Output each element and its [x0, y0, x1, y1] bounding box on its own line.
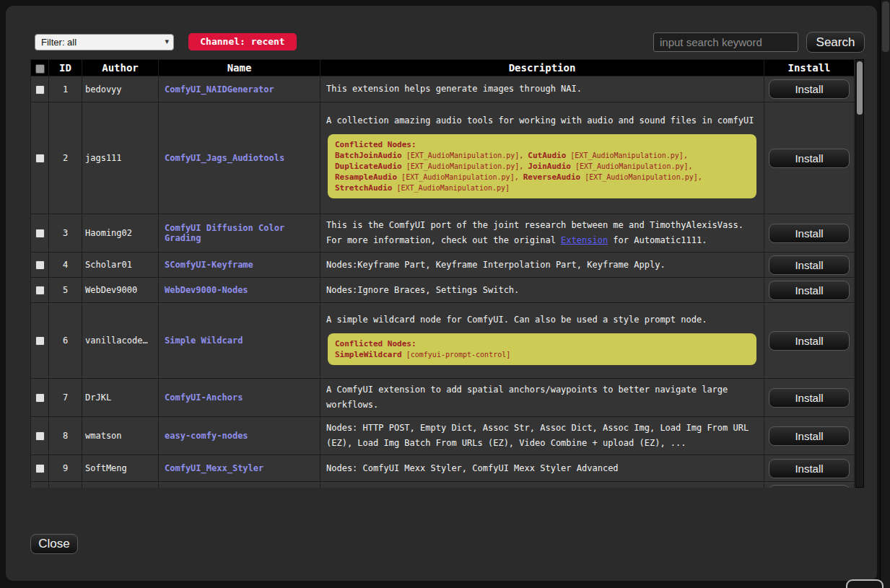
row-id: 3 — [49, 214, 82, 253]
row-description-cell: This extension helps generate images thr… — [320, 76, 764, 102]
row-checkbox-cell — [31, 253, 49, 278]
row-checkbox-cell — [31, 303, 49, 379]
row-checkbox-cell — [31, 379, 49, 417]
row-description-cell: Nodes: Yolov8Detection, Yolov8Segmentati… — [320, 482, 764, 488]
install-button[interactable]: Install — [769, 331, 850, 351]
row-name-cell: ComfyUI_Jags_Audiotools — [159, 102, 320, 214]
row-author: zcfrank1st — [82, 482, 159, 488]
row-install-cell: Install — [764, 417, 855, 455]
col-header-install: Install — [764, 60, 855, 76]
conflict-node-source: [EXT_AudioManipulation.py] — [397, 173, 515, 181]
row-author: jags111 — [82, 102, 159, 214]
table-scrollbar-thumb[interactable] — [857, 61, 863, 115]
row-checkbox[interactable] — [35, 336, 45, 346]
row-install-cell: Install — [764, 379, 855, 417]
install-button[interactable]: Install — [769, 79, 850, 99]
row-name-cell: ComfyUI_NAIDGenerator — [159, 76, 320, 102]
install-button[interactable]: Install — [769, 281, 850, 300]
conflict-title: Conflicted Nodes: — [335, 139, 749, 150]
install-button[interactable]: Install — [769, 149, 850, 168]
table-row: 6 vanillacode… Simple Wildcard A simple … — [31, 303, 855, 379]
search-input[interactable] — [653, 32, 798, 52]
row-checkbox[interactable] — [35, 154, 45, 163]
row-checkbox[interactable] — [35, 260, 45, 270]
row-id: 1 — [49, 76, 82, 102]
row-checkbox[interactable] — [35, 229, 45, 238]
row-checkbox[interactable] — [35, 286, 45, 295]
row-description-cell: Nodes: ComfyUI Mexx Styler, ComfyUI Mexx… — [320, 455, 764, 482]
conflict-node-name: StretchAudio — [335, 183, 392, 193]
extension-name-link[interactable]: ComfyUI_Jags_Audiotools — [165, 153, 284, 163]
description-link[interactable]: Extension — [561, 235, 608, 245]
extension-name-link[interactable]: ComfyUI_Mexx_Styler — [165, 463, 263, 473]
row-description-cell: A collection amazing audio tools for wor… — [320, 102, 764, 214]
install-button[interactable]: Install — [769, 388, 850, 408]
table-row: 4 Scholar01 SComfyUI-Keyframe Nodes:Keyf… — [31, 253, 855, 278]
row-id: 7 — [49, 379, 82, 417]
conflict-node-name: JoinAudio — [528, 162, 571, 171]
extension-name-link[interactable]: ComfyUI Diffusion Color Grading — [165, 223, 284, 243]
conflict-node-source: [EXT_AudioManipulation.py] — [580, 173, 698, 181]
row-description: Nodes: HTTP POST, Empty Dict, Assoc Str,… — [326, 421, 758, 451]
extension-name-link[interactable]: WebDev9000-Nodes — [165, 285, 248, 295]
extension-name-link[interactable]: ComfyUI-Anchors — [165, 392, 243, 403]
install-button[interactable]: Install — [769, 459, 850, 478]
row-checkbox-cell — [31, 278, 49, 303]
conflict-node-name: BatchJoinAudio — [335, 151, 402, 160]
row-checkbox-cell — [31, 417, 49, 455]
install-button[interactable]: Install — [769, 255, 850, 275]
row-install-cell: Install — [764, 253, 855, 278]
conflict-node-source: [EXT_AudioManipulation.py] — [571, 162, 689, 170]
select-all-header-cell — [31, 60, 49, 76]
table-row: 3 Haoming02 ComfyUI Diffusion Color Grad… — [31, 214, 855, 253]
table-scrollbar[interactable] — [855, 59, 864, 488]
extension-name-link[interactable]: SComfyUI-Keyframe — [165, 260, 253, 270]
select-all-checkbox[interactable] — [35, 64, 45, 74]
close-button[interactable]: Close — [30, 534, 78, 554]
conflict-node-source: [comfyui-prompt-control] — [402, 351, 511, 359]
background-button-fragment — [846, 579, 884, 588]
row-install-cell: Install — [764, 214, 855, 253]
extension-name-link[interactable]: ComfyUI_NAIDGenerator — [165, 84, 274, 95]
conflict-node-name: SimpleWildcard — [335, 350, 402, 359]
row-description: Nodes: Yolov8Detection, Yolov8Segmentati… — [326, 487, 758, 488]
row-author: wmatson — [82, 417, 159, 455]
filter-select-wrap: Filter: all ▾ — [35, 34, 174, 51]
install-button[interactable]: Install — [769, 224, 850, 243]
page-scrollbar-thumb[interactable] — [882, 1, 889, 52]
row-id: 5 — [49, 278, 82, 303]
search-button[interactable]: Search — [806, 32, 865, 53]
row-description: This is the ComfyUI port of the joint re… — [326, 218, 758, 248]
row-description: Nodes:Keyframe Part, Keyframe Interpolat… — [326, 258, 758, 273]
conflict-node-name: ReverseAudio — [523, 172, 580, 182]
row-install-cell: Install — [764, 278, 855, 303]
row-description: A collection amazing audio tools for wor… — [326, 113, 758, 128]
row-description: A simple wildcard node for ComfyUI. Can … — [326, 312, 758, 328]
extensions-table-wrap: ID Author Name Description Install 1 bed… — [30, 59, 864, 488]
page-scrollbar[interactable] — [880, 0, 890, 588]
conflict-node-source: [EXT_AudioManipulation.py] — [566, 152, 684, 159]
row-checkbox[interactable] — [35, 464, 45, 473]
install-button[interactable]: Install — [769, 485, 850, 488]
filter-select[interactable]: Filter: all — [35, 34, 174, 51]
install-button[interactable]: Install — [769, 426, 850, 446]
extension-name-link[interactable]: easy-comfy-nodes — [165, 431, 248, 441]
table-row: 10 zcfrank1st ComfyUI Yolov8 Nodes: Yolo… — [31, 482, 855, 488]
row-checkbox[interactable] — [35, 431, 45, 441]
row-description-cell: Nodes: HTTP POST, Empty Dict, Assoc Str,… — [320, 417, 764, 455]
row-author: SoftMeng — [82, 455, 159, 482]
extension-name-link[interactable]: Simple Wildcard — [165, 335, 243, 346]
row-id: 8 — [49, 417, 82, 455]
conflict-box: Conflicted Nodes: SimpleWildcard [comfyu… — [328, 333, 756, 365]
row-checkbox[interactable] — [35, 85, 45, 95]
table-row: 1 bedovyy ComfyUI_NAIDGenerator This ext… — [31, 76, 855, 102]
table-row: 7 DrJKL ComfyUI-Anchors A ComfyUI extens… — [31, 379, 855, 417]
col-header-description: Description — [320, 60, 764, 76]
row-author: WebDev9000 — [82, 278, 159, 303]
row-description: Nodes: ComfyUI Mexx Styler, ComfyUI Mexx… — [326, 461, 758, 476]
row-description-cell: A ComfyUI extension to add spatial ancho… — [320, 379, 764, 417]
row-id: 6 — [49, 303, 82, 379]
conflict-node-name: DuplicateAudio — [335, 162, 402, 171]
conflict-list: BatchJoinAudio [EXT_AudioManipulation.py… — [335, 150, 749, 193]
row-checkbox[interactable] — [35, 393, 45, 403]
